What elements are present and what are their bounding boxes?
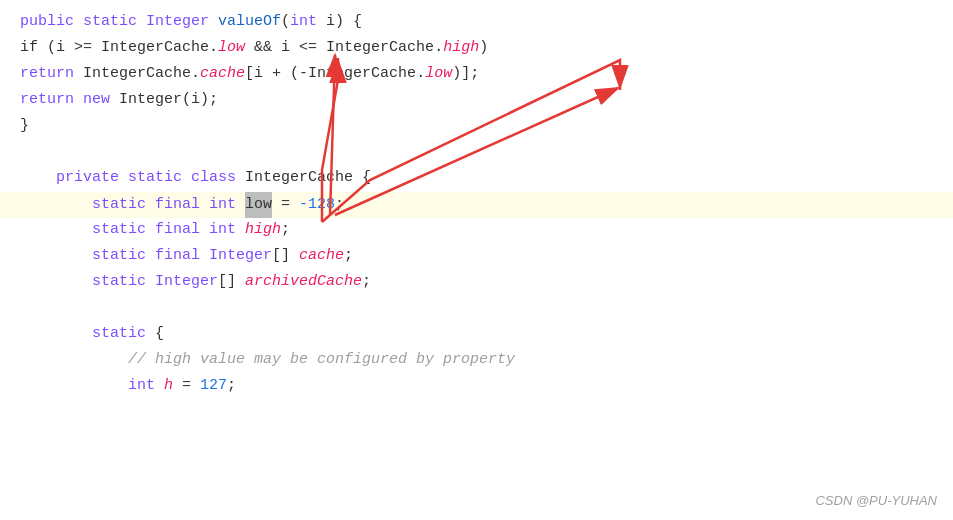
token: } bbox=[20, 114, 29, 138]
code-line: static final Integer[] cache; bbox=[0, 244, 953, 270]
token: . bbox=[416, 62, 425, 86]
token bbox=[20, 244, 92, 268]
token: IntegerCache bbox=[83, 62, 191, 86]
token: Integer bbox=[146, 10, 218, 34]
code-line bbox=[0, 140, 953, 166]
code-line: static final int low = -128; bbox=[0, 192, 953, 218]
token: return bbox=[20, 62, 83, 86]
code-line: static { bbox=[0, 322, 953, 348]
token bbox=[20, 218, 92, 242]
token: [i + (- bbox=[245, 62, 308, 86]
token: IntegerCache bbox=[245, 166, 353, 190]
token: h bbox=[164, 374, 173, 398]
token: private bbox=[56, 166, 128, 190]
code-line: private static class IntegerCache { bbox=[0, 166, 953, 192]
token: static bbox=[92, 218, 155, 242]
token: return bbox=[20, 88, 83, 112]
token: ) bbox=[479, 36, 488, 60]
token: final bbox=[155, 244, 209, 268]
token: = bbox=[272, 193, 299, 217]
token: low bbox=[245, 192, 272, 218]
token: -128 bbox=[299, 193, 335, 217]
token: int bbox=[209, 193, 245, 217]
token: valueOf bbox=[218, 10, 281, 34]
code-line: public static Integer valueOf(int i) { bbox=[0, 10, 953, 36]
token: IntegerCache bbox=[101, 36, 209, 60]
token: static bbox=[92, 270, 155, 294]
watermark: CSDN @PU-YUHAN bbox=[815, 493, 937, 508]
token bbox=[20, 270, 92, 294]
token: ; bbox=[344, 244, 353, 268]
token: { bbox=[155, 322, 164, 346]
token: IntegerCache bbox=[326, 36, 434, 60]
code-line: } bbox=[0, 114, 953, 140]
code-line: return IntegerCache.cache[i + (-IntegerC… bbox=[0, 62, 953, 88]
token: int bbox=[290, 10, 317, 34]
token: static bbox=[92, 193, 155, 217]
token bbox=[20, 166, 56, 190]
token: ; bbox=[227, 374, 236, 398]
token: [] bbox=[218, 270, 245, 294]
token: high bbox=[443, 36, 479, 60]
token: 127 bbox=[200, 374, 227, 398]
token bbox=[20, 348, 128, 372]
token: // high value may be configured by prope… bbox=[128, 348, 515, 372]
token bbox=[20, 322, 92, 346]
token: int bbox=[209, 218, 245, 242]
token: ; bbox=[335, 193, 344, 217]
token: (i); bbox=[182, 88, 218, 112]
token: && i <= bbox=[245, 36, 326, 60]
token: . bbox=[434, 36, 443, 60]
token: . bbox=[191, 62, 200, 86]
token: { bbox=[353, 166, 371, 190]
code-line: // high value may be configured by prope… bbox=[0, 348, 953, 374]
token: archivedCache bbox=[245, 270, 362, 294]
token bbox=[20, 374, 128, 398]
token: Integer bbox=[209, 244, 272, 268]
token: static bbox=[92, 244, 155, 268]
token: Integer bbox=[119, 88, 182, 112]
code-line: static final int high; bbox=[0, 218, 953, 244]
token: low bbox=[425, 62, 452, 86]
token: class bbox=[191, 166, 245, 190]
code-line: static Integer[] archivedCache; bbox=[0, 270, 953, 296]
token: final bbox=[155, 193, 209, 217]
token: cache bbox=[299, 244, 344, 268]
code-line: return new Integer(i); bbox=[0, 88, 953, 114]
token: static bbox=[83, 10, 146, 34]
token: cache bbox=[200, 62, 245, 86]
token: final bbox=[155, 218, 209, 242]
token: Integer bbox=[155, 270, 218, 294]
token: ( bbox=[281, 10, 290, 34]
token: if (i >= bbox=[20, 36, 101, 60]
token: public bbox=[20, 10, 83, 34]
token: static bbox=[128, 166, 191, 190]
token: i) { bbox=[317, 10, 362, 34]
code-line bbox=[0, 296, 953, 322]
token: ; bbox=[281, 218, 290, 242]
token: int bbox=[128, 374, 164, 398]
code-container: public static Integer valueOf(int i) {if… bbox=[0, 0, 953, 520]
token: . bbox=[209, 36, 218, 60]
token: [] bbox=[272, 244, 299, 268]
token: )]; bbox=[452, 62, 479, 86]
token: ; bbox=[362, 270, 371, 294]
token bbox=[20, 193, 92, 217]
token: static bbox=[92, 322, 155, 346]
token: high bbox=[245, 218, 281, 242]
token: = bbox=[173, 374, 200, 398]
code-line: if (i >= IntegerCache.low && i <= Intege… bbox=[0, 36, 953, 62]
token: low bbox=[218, 36, 245, 60]
code-line: int h = 127; bbox=[0, 374, 953, 400]
token: new bbox=[83, 88, 119, 112]
token: IntegerCache bbox=[308, 62, 416, 86]
